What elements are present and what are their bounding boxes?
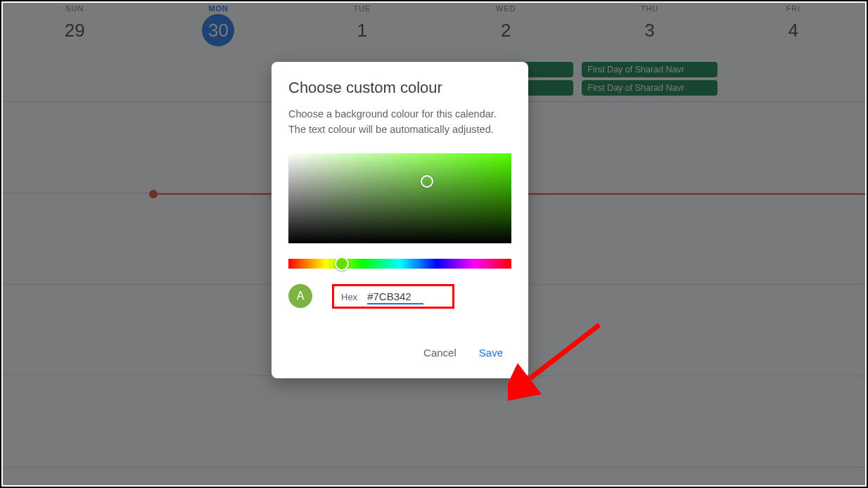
- hue-slider[interactable]: [288, 259, 511, 269]
- colour-preview-swatch: A: [288, 284, 312, 308]
- saturation-value-panel[interactable]: [288, 153, 511, 243]
- choose-custom-colour-dialog: Choose custom colour Choose a background…: [272, 62, 528, 378]
- sv-handle[interactable]: [421, 175, 433, 188]
- save-button[interactable]: Save: [471, 341, 511, 364]
- hue-handle[interactable]: [335, 257, 349, 271]
- dialog-description: Choose a background colour for this cale…: [288, 107, 511, 138]
- hex-field-highlight: Hex: [332, 284, 454, 309]
- dialog-title: Choose custom colour: [288, 79, 511, 97]
- dialog-actions: Cancel Save: [288, 341, 511, 371]
- hex-input[interactable]: [367, 290, 423, 304]
- hex-row: A Hex: [288, 284, 511, 309]
- cancel-button[interactable]: Cancel: [415, 341, 465, 364]
- hex-label: Hex: [341, 292, 357, 302]
